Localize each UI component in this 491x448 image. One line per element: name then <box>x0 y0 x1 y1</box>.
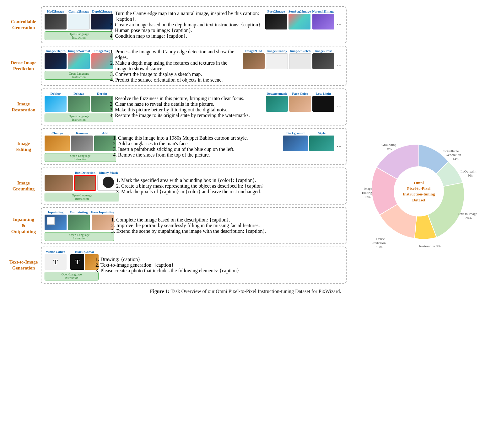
pie-label-t2i: Text-to-image <box>458 212 477 216</box>
image-restoration-row: ImageRestoration Deblur Dehaze <box>6 88 347 125</box>
image-editing-row: ImageEditing Change Remove <box>6 128 347 165</box>
instruction-item: Process the image with Canny edge detect… <box>115 49 240 60</box>
more-dots: ··· <box>336 92 343 122</box>
pie-label-inout-pct: 9% <box>468 173 473 177</box>
instruction-item: Human pose map to image: {caption}. <box>115 28 262 33</box>
thumb-label: Image2Sketch <box>290 49 311 53</box>
open-lang-button-controllable[interactable]: Open-LanguageInstruction <box>45 31 113 40</box>
thumb-label: Depth2Image <box>92 9 112 13</box>
category-label-dense: Dense ImagePrediction <box>6 46 41 86</box>
text-to-image-box: White Canva T Black Canva T <box>41 247 347 284</box>
thumb-label: Image2Pose <box>315 49 332 53</box>
thumb-label: Canny2Image <box>68 9 89 13</box>
pie-label-controllable2: Generation <box>446 153 461 157</box>
controllable-generation-row: ControllableGeneration Hed2Image Canny2I… <box>6 6 347 43</box>
category-label-controllable: ControllableGeneration <box>6 6 41 43</box>
category-label-restoration: ImageRestoration <box>6 88 41 125</box>
thumb-label: Remove <box>76 131 88 135</box>
dense-prediction-row: Dense ImagePrediction Image2Depth Image2… <box>6 46 347 86</box>
thumb-label: Image2Normal <box>68 49 90 53</box>
thumb-label: Binary Mask <box>99 171 118 174</box>
pie-label-dense2: Prediction <box>371 241 386 245</box>
thumb-label: Image2Seg <box>94 49 110 53</box>
category-label-text-to-image: Text-to-ImageGeneration <box>6 247 41 284</box>
thumb-label: White Canva <box>46 250 65 253</box>
category-label-inpainting: Inpainting&Outpainting <box>6 207 41 244</box>
instruction-item: Improve the portrait by seamlessly filli… <box>116 223 343 228</box>
top-section: ControllableGeneration Hed2Image Canny2I… <box>6 6 485 284</box>
main-container: ControllableGeneration Hed2Image Canny2I… <box>6 6 485 294</box>
instructions-list: Drawing: {caption}. Text-to-image genera… <box>100 257 343 274</box>
instruction-item: Resolve the fuzziness in this picture, b… <box>115 96 263 101</box>
instruction-item: Convert the image to display a sketch ma… <box>115 72 240 77</box>
left-panel: ControllableGeneration Hed2Image Canny2I… <box>6 6 347 284</box>
instruction-item: Please create a photo that includes the … <box>100 268 343 274</box>
instructions-list: Mark the specified area with a bounding … <box>121 178 343 195</box>
thumb-label: Dehaze <box>73 92 84 95</box>
thumb-label: Change <box>51 131 63 135</box>
instruction-item: Condition map to image: {caption}. <box>115 33 262 39</box>
instructions-list: Resolve the fuzziness in this picture, b… <box>115 96 263 118</box>
open-lang-button-inpainting[interactable]: Open-LanguageInstruction <box>45 232 114 241</box>
thumb-label: Deblur <box>51 92 61 95</box>
more-dots: ··· <box>336 9 343 40</box>
text-to-image-row: Text-to-ImageGeneration White Canva T Bl… <box>6 247 347 284</box>
instructions-list: Turn the Canny edge map into a natural i… <box>115 11 262 39</box>
more-dots: ··· <box>336 131 343 162</box>
instruction-item: Complete the image based on the descript… <box>116 217 343 223</box>
instruction-item: Mark the specified area with a bounding … <box>121 178 343 183</box>
pie-label-dense: Dense <box>376 237 385 241</box>
pie-label-editing2: Editing <box>362 191 372 195</box>
pie-label-dense-pct: 15% <box>376 245 382 249</box>
instruction-item: Create an image based on the depth map a… <box>115 22 262 28</box>
thumb-label: Background <box>286 131 305 135</box>
thumb-label: SemSeg2Image <box>289 9 311 13</box>
pie-label-grounding: Grounding <box>381 143 397 147</box>
controllable-generation-box: Hed2Image Canny2Image Depth2Image <box>41 6 347 43</box>
inpainting-outpainting-box: Inpainting Outpainting <box>41 207 347 244</box>
figure-caption: Figure 1: Task Overview of our Omni Pixe… <box>6 289 485 294</box>
thumb-label: Image2Canny <box>267 49 287 53</box>
instruction-item: Add a sunglasses to the man's face <box>118 141 280 147</box>
pie-label-editing-pct: 19% <box>364 195 370 199</box>
figure-caption-bold: Figure 1: <box>150 289 169 294</box>
instruction-item: Drawing: {caption}. <box>100 257 343 262</box>
thumb-label: Inpainting <box>48 210 63 214</box>
category-label-editing: ImageEditing <box>6 128 41 165</box>
pie-center-text: OmniPixel-to-PixelInstruction-tuningData… <box>398 180 439 203</box>
pie-label-restoration: Restoration 8% <box>419 244 440 248</box>
image-editing-box: Change Remove Add <box>41 128 347 165</box>
instruction-item: Make a depth map using the features and … <box>115 60 240 72</box>
thumb-label: Box Detection <box>75 171 95 174</box>
open-lang-button-text-to-image[interactable]: Open-LanguageInstruction <box>45 272 99 280</box>
thumb-label: Hed2Image <box>47 9 64 13</box>
pie-label-inout: In/Outpaint <box>461 169 477 173</box>
thumb-label: Pose2Image <box>267 9 285 13</box>
pie-label-controllable: Controllable <box>442 149 459 153</box>
open-lang-button-editing[interactable]: Open-LanguageInstruction <box>45 153 116 162</box>
category-label-grounding: ImageGrounding <box>6 168 41 205</box>
image-grounding-box: X Box Detection Binary Mask <box>41 168 347 205</box>
thumb-label: Low Light <box>316 92 331 95</box>
instruction-item: Predict the surface orientation of objec… <box>115 77 240 83</box>
instruction-item: Restore the image to its original state … <box>115 113 263 118</box>
open-lang-button-dense[interactable]: Open-LanguageInstruction <box>45 71 113 80</box>
instruction-item: Change this image into a 1980s Muppet Ba… <box>118 135 280 141</box>
image-grounding-row: ImageGrounding X Box Detection <box>6 168 347 205</box>
open-lang-button-restoration[interactable]: Open-LanguageInstruction <box>45 114 113 122</box>
right-panel: Controllable Generation 14% In/Outpaint … <box>353 132 485 251</box>
instruction-item: Mark the pixels of {caption} in {color} … <box>121 189 343 195</box>
instructions-list: Change this image into a 1980s Muppet Ba… <box>118 135 280 158</box>
dense-prediction-box: Image2Depth Image2Normal Image2Seg <box>41 46 347 86</box>
thumb-label: Dewatermark <box>267 92 287 95</box>
open-lang-button-grounding[interactable]: Open-LanguageInstruction <box>45 193 119 201</box>
pie-label-controllable-pct: 14% <box>453 157 459 161</box>
instruction-item: Remove the shoes from the top of the pic… <box>118 152 280 158</box>
instruction-item: Create a binary mask representing the ob… <box>121 183 343 189</box>
instruction-item: Text-to-image generation: {caption} <box>100 262 343 268</box>
instructions-list: Complete the image based on the descript… <box>116 217 343 234</box>
instruction-item: Turn the Canny edge map into a natural i… <box>115 11 262 22</box>
thumb-label: Add <box>102 131 108 135</box>
instruction-item: Make this picture better by filtering ou… <box>115 107 263 113</box>
instructions-list: Process the image with Canny edge detect… <box>115 49 240 83</box>
